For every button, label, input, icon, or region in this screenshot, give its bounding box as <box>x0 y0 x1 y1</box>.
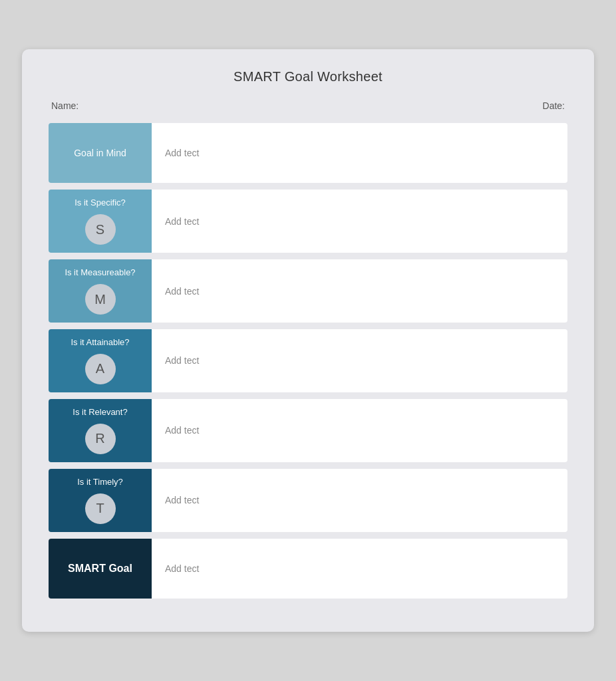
row-section-attainable: Is it Attainable?AAdd tect <box>49 329 567 392</box>
label-col-timely: Is it Timely?T <box>49 469 152 532</box>
letter-circle-timely: T <box>85 493 116 524</box>
letter-circle-relevant: R <box>85 424 116 454</box>
placeholder-text-goal-in-mind: Add tect <box>165 148 199 158</box>
content-col-timely[interactable]: Add tect <box>152 469 567 532</box>
content-col-goal-in-mind[interactable]: Add tect <box>152 123 567 183</box>
placeholder-text-timely: Add tect <box>165 495 199 505</box>
label-col-specific: Is it Specific?S <box>49 190 152 253</box>
smart-goal-label: SMART Goal <box>68 563 132 575</box>
row-label-text-measurable: Is it Measureable? <box>65 267 135 279</box>
letter-circle-specific: S <box>85 214 116 245</box>
label-col-attainable: Is it Attainable?A <box>49 329 152 392</box>
row-section-measurable: Is it Measureable?MAdd tect <box>49 259 567 323</box>
content-col-smart-goal[interactable]: Add tect <box>152 539 567 599</box>
label-col-measurable: Is it Measureable?M <box>49 259 152 323</box>
placeholder-text-specific: Add tect <box>165 216 199 227</box>
content-col-measurable[interactable]: Add tect <box>152 259 567 323</box>
row-section-goal-in-mind: Goal in MindAdd tect <box>49 123 567 183</box>
row-section-smart-goal: SMART GoalAdd tect <box>49 539 567 599</box>
content-col-relevant[interactable]: Add tect <box>152 399 567 462</box>
row-label-text-attainable: Is it Attainable? <box>71 337 129 348</box>
label-col-smart-goal: SMART Goal <box>49 539 152 599</box>
row-label-text-specific: Is it Specific? <box>75 198 126 209</box>
row-section-timely: Is it Timely?TAdd tect <box>49 469 567 532</box>
placeholder-text-smart-goal: Add tect <box>165 563 199 574</box>
label-col-relevant: Is it Relevant?R <box>49 399 152 462</box>
letter-circle-attainable: A <box>85 354 116 384</box>
name-label: Name: <box>51 100 78 111</box>
content-col-attainable[interactable]: Add tect <box>152 329 567 392</box>
row-section-specific: Is it Specific?SAdd tect <box>49 190 567 253</box>
goal-in-mind-label: Goal in Mind <box>74 148 126 158</box>
row-label-text-timely: Is it Timely? <box>77 477 123 488</box>
rows-container: Goal in MindAdd tectIs it Specific?SAdd … <box>49 123 567 598</box>
name-date-row: Name: Date: <box>49 100 567 111</box>
label-col-goal-in-mind: Goal in Mind <box>49 123 152 183</box>
worksheet-container: SMART Goal Worksheet Name: Date: Goal in… <box>22 49 594 631</box>
placeholder-text-relevant: Add tect <box>165 425 199 436</box>
date-label: Date: <box>543 100 565 111</box>
row-label-text-relevant: Is it Relevant? <box>73 407 127 418</box>
letter-circle-measurable: M <box>85 284 116 315</box>
placeholder-text-measurable: Add tect <box>165 286 199 297</box>
placeholder-text-attainable: Add tect <box>165 355 199 366</box>
content-col-specific[interactable]: Add tect <box>152 190 567 253</box>
worksheet-title: SMART Goal Worksheet <box>49 69 567 84</box>
row-section-relevant: Is it Relevant?RAdd tect <box>49 399 567 462</box>
